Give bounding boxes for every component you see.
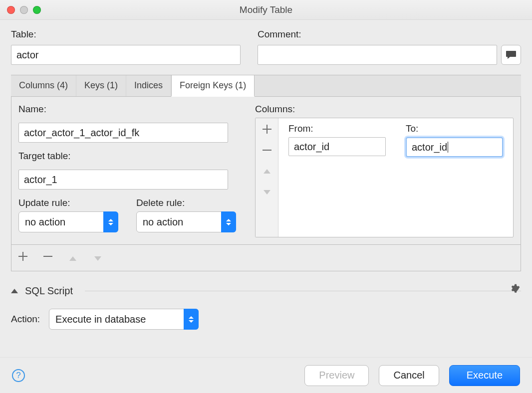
move-column-down-button: [258, 183, 276, 201]
collapse-icon: [11, 289, 18, 293]
svg-rect-0: [263, 150, 271, 151]
speech-bubble-icon: [506, 50, 517, 59]
fk-name-input[interactable]: [18, 123, 228, 143]
remove-fk-button[interactable]: [41, 251, 54, 264]
zoom-window-button[interactable]: [33, 6, 41, 14]
cancel-button[interactable]: Cancel: [379, 365, 439, 386]
action-label: Action:: [11, 314, 40, 325]
target-table-label: Target table:: [18, 151, 248, 162]
triangle-down-icon: [264, 190, 270, 195]
triangle-up-icon: [69, 256, 76, 261]
divider: [85, 291, 521, 291]
columns-toolbar: [256, 118, 278, 237]
tab-foreign-keys[interactable]: Foreign Keys (1): [171, 75, 255, 97]
sql-script-section-header[interactable]: SQL Script: [0, 285, 532, 297]
move-fk-down-button: [91, 251, 104, 264]
plus-icon: [263, 125, 271, 134]
gear-icon: [509, 283, 520, 294]
execute-button[interactable]: Execute: [449, 365, 520, 386]
to-column-label: To:: [406, 123, 503, 134]
move-fk-up-button: [66, 251, 79, 264]
tab-keys[interactable]: Keys (1): [76, 75, 126, 96]
script-action-select[interactable]: Execute in database: [49, 309, 199, 330]
titlebar: Modify Table: [0, 0, 532, 20]
update-rule-select[interactable]: no action: [18, 211, 118, 232]
execute-button-label: Execute: [467, 370, 503, 381]
target-table-input[interactable]: [18, 170, 228, 190]
expand-comment-button[interactable]: [501, 45, 521, 65]
triangle-down-icon: [94, 256, 101, 261]
remove-column-button[interactable]: [258, 141, 276, 159]
minimize-window-button[interactable]: [20, 6, 28, 14]
add-fk-button[interactable]: [16, 251, 29, 264]
question-icon: ?: [16, 371, 20, 381]
to-column-value: actor_id: [412, 142, 447, 153]
delete-rule-select[interactable]: no action: [136, 211, 236, 232]
from-column-value: actor_id: [294, 141, 329, 153]
text-caret: [448, 142, 448, 153]
tab-indices[interactable]: Indices: [126, 75, 171, 96]
fk-name-label: Name:: [18, 104, 248, 115]
dialog-footer: ? Preview Cancel Execute: [0, 357, 532, 393]
tab-columns[interactable]: Columns (4): [11, 75, 76, 96]
from-column-label: From:: [288, 123, 386, 134]
table-name-input[interactable]: [11, 45, 241, 65]
script-settings-button[interactable]: [509, 283, 520, 297]
table-label: Table:: [11, 29, 241, 40]
to-column-cell[interactable]: actor_id: [406, 137, 503, 157]
preview-button-label: Preview: [319, 370, 354, 381]
move-column-up-button: [258, 162, 276, 180]
update-rule-label: Update rule:: [18, 197, 118, 208]
add-column-button[interactable]: [258, 120, 276, 138]
fk-list-toolbar: [11, 244, 521, 271]
comment-label: Comment:: [258, 29, 521, 40]
triangle-up-icon: [264, 169, 270, 174]
fk-columns-label: Columns:: [255, 104, 514, 115]
comment-input[interactable]: [258, 45, 497, 65]
sql-script-title: SQL Script: [25, 285, 73, 297]
foreign-keys-panel: Name: Target table: Update rule: no acti…: [11, 97, 521, 271]
preview-button: Preview: [304, 365, 369, 386]
help-button[interactable]: ?: [12, 369, 25, 382]
minus-icon: [43, 252, 52, 261]
from-column-cell[interactable]: actor_id: [288, 137, 386, 156]
window-controls: [7, 6, 41, 14]
close-window-button[interactable]: [7, 6, 15, 14]
cancel-button-label: Cancel: [393, 370, 424, 381]
svg-rect-1: [43, 256, 52, 257]
window-title: Modify Table: [240, 4, 292, 15]
plus-icon: [18, 252, 27, 261]
minus-icon: [263, 146, 271, 155]
delete-rule-label: Delete rule:: [136, 197, 236, 208]
tabs: Columns (4) Keys (1) Indices Foreign Key…: [11, 75, 521, 97]
